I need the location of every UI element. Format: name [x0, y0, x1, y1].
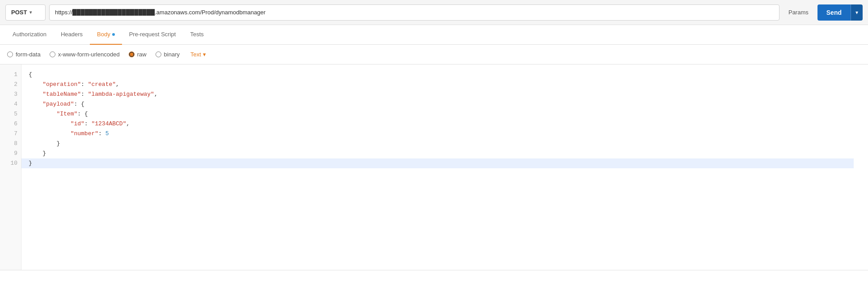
- tabs-bar: Authorization Headers Body Pre-request S…: [0, 25, 868, 45]
- line-num-6: 6: [4, 119, 17, 129]
- code-editor: 1 2 3 4 5 6 7 8 9 10 { "operation": "cre…: [0, 64, 868, 270]
- tab-authorization[interactable]: Authorization: [5, 25, 54, 45]
- binary-option[interactable]: binary: [156, 51, 180, 58]
- line-num-7: 7: [4, 129, 17, 139]
- send-button[interactable]: Send: [817, 4, 851, 21]
- line-num-5: 5: [4, 109, 17, 119]
- line-num-9: 9: [4, 149, 17, 158]
- body-tab-dot: [112, 33, 115, 36]
- send-button-group: Send ▾: [817, 4, 863, 21]
- raw-format-chevron-icon: ▾: [203, 51, 206, 58]
- form-data-option[interactable]: form-data: [7, 51, 41, 58]
- tab-pre-request-script[interactable]: Pre-request Script: [122, 25, 183, 45]
- line-num-3: 3: [4, 90, 17, 99]
- raw-option[interactable]: raw: [129, 51, 147, 58]
- line-num-4: 4: [4, 99, 17, 109]
- send-dropdown-button[interactable]: ▾: [851, 4, 863, 21]
- raw-format-selector[interactable]: Text ▾: [190, 51, 206, 58]
- form-data-radio[interactable]: [7, 51, 13, 57]
- url-input[interactable]: [49, 4, 780, 21]
- tab-tests[interactable]: Tests: [183, 25, 211, 45]
- params-button[interactable]: Params: [783, 6, 814, 18]
- line-num-10: 10: [4, 158, 17, 168]
- line-num-1: 1: [4, 70, 17, 80]
- line-num-8: 8: [4, 139, 17, 149]
- tab-headers[interactable]: Headers: [54, 25, 90, 45]
- x-www-form-urlencoded-option[interactable]: x-www-form-urlencoded: [50, 51, 120, 58]
- method-selector[interactable]: POST ▾: [5, 4, 46, 21]
- body-type-bar: form-data x-www-form-urlencoded raw bina…: [0, 45, 868, 64]
- method-label: POST: [11, 9, 27, 16]
- tab-body[interactable]: Body: [90, 25, 122, 45]
- method-chevron-icon: ▾: [29, 10, 32, 15]
- urlencoded-radio[interactable]: [50, 51, 55, 57]
- code-body[interactable]: { "operation": "create", "tableName": "l…: [21, 64, 868, 270]
- line-num-2: 2: [4, 80, 17, 90]
- line-numbers: 1 2 3 4 5 6 7 8 9 10: [0, 64, 21, 270]
- raw-radio[interactable]: [129, 51, 135, 57]
- url-bar: POST ▾ Params Send ▾: [0, 0, 868, 25]
- binary-radio[interactable]: [156, 51, 161, 57]
